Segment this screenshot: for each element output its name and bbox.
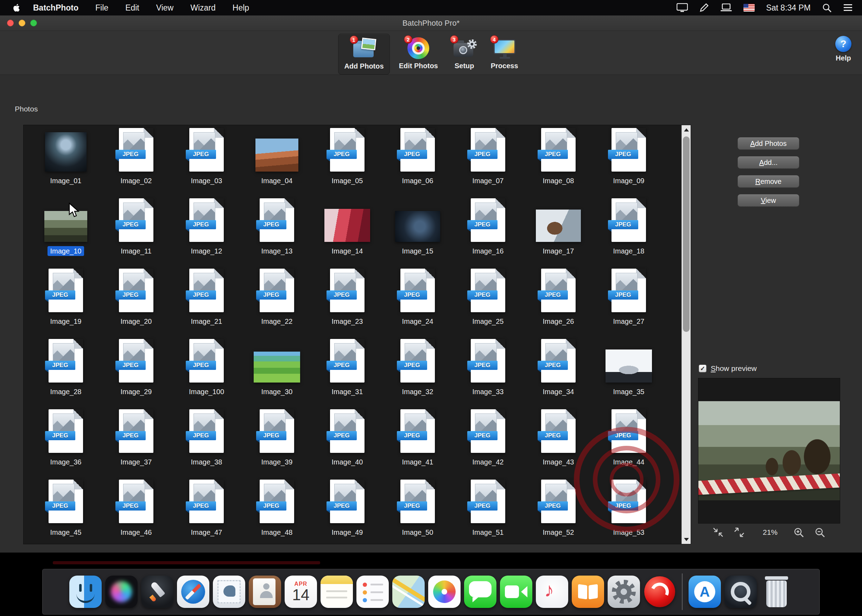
dock-siri-icon[interactable] (104, 573, 139, 611)
photo-item-image-39[interactable]: JPEGImage_39 (242, 409, 312, 479)
remove-button[interactable]: Remove (738, 175, 799, 188)
zoom-window-button[interactable] (30, 20, 37, 27)
dock-system-preferences-icon[interactable] (606, 573, 642, 611)
photo-item-image-35[interactable]: Image_35 (594, 339, 664, 409)
toolbar-process[interactable]: 4Process (485, 34, 524, 75)
dock-music-icon[interactable]: ♪ (534, 573, 570, 611)
toolbar-edit-photos[interactable]: 2Edit Photos (393, 34, 444, 75)
menu-help[interactable]: Help (233, 3, 249, 13)
dock-photos-icon[interactable] (426, 573, 462, 611)
photo-item-image-04[interactable]: Image_04 (242, 128, 312, 198)
scroll-down-button[interactable] (682, 535, 691, 544)
us-flag-icon[interactable] (744, 4, 755, 12)
photo-item-image-46[interactable]: JPEGImage_46 (101, 479, 171, 544)
photo-item-image-44[interactable]: JPEGImage_44 (594, 409, 664, 479)
pen-icon[interactable] (699, 3, 709, 13)
dock-reminders-icon[interactable] (355, 573, 391, 611)
scroll-up-button[interactable] (682, 125, 691, 134)
menu-file[interactable]: File (95, 3, 108, 13)
photo-item-image-33[interactable]: JPEGImage_33 (453, 339, 523, 409)
photo-item-image-26[interactable]: JPEGImage_26 (523, 269, 594, 339)
add-button[interactable]: Add... (738, 156, 799, 169)
photo-item-image-03[interactable]: JPEGImage_03 (171, 128, 242, 198)
photo-item-image-38[interactable]: JPEGImage_38 (171, 409, 242, 479)
display-icon[interactable] (677, 3, 688, 12)
photo-item-image-01[interactable]: Image_01 (31, 128, 101, 198)
photo-item-image-09[interactable]: JPEGImage_09 (594, 128, 664, 198)
photo-item-image-07[interactable]: JPEGImage_07 (453, 128, 523, 198)
photo-item-image-47[interactable]: JPEGImage_47 (171, 479, 242, 544)
photo-item-image-19[interactable]: JPEGImage_19 (31, 269, 101, 339)
photo-item-image-15[interactable]: Image_15 (383, 198, 453, 269)
toolbar-setup[interactable]: 3Setup (447, 34, 482, 75)
dock-trash-icon[interactable] (758, 573, 794, 611)
dock-safari-icon[interactable] (175, 573, 211, 611)
photo-item-image-36[interactable]: JPEGImage_36 (31, 409, 101, 479)
photo-item-image-50[interactable]: JPEGImage_50 (383, 479, 453, 544)
photo-item-image-27[interactable]: JPEGImage_27 (594, 269, 664, 339)
dock-books-icon[interactable] (570, 573, 606, 611)
close-button[interactable] (7, 20, 14, 27)
notification-center-icon[interactable] (843, 3, 853, 12)
toolbar-add-photos[interactable]: 1Add Photos (338, 34, 389, 75)
menu-view[interactable]: View (156, 3, 173, 13)
photo-item-image-49[interactable]: JPEGImage_49 (312, 479, 383, 544)
photo-item-image-13[interactable]: JPEGImage_13 (242, 198, 312, 269)
photo-item-image-43[interactable]: JPEGImage_43 (523, 409, 594, 479)
dock-facetime-icon[interactable] (498, 573, 534, 611)
menu-clock[interactable]: Sat 8:34 PM (766, 3, 811, 13)
photo-item-image-32[interactable]: JPEGImage_32 (383, 339, 453, 409)
photo-item-image-52[interactable]: JPEGImage_52 (523, 479, 594, 544)
help-button[interactable]: ? Help (835, 36, 851, 62)
photo-item-image-17[interactable]: Image_17 (523, 198, 594, 269)
photo-item-image-18[interactable]: JPEGImage_18 (594, 198, 664, 269)
minimize-button[interactable] (19, 20, 25, 27)
add-photos-button[interactable]: Add Photos (738, 137, 799, 150)
dock-calendar-icon[interactable]: APR14 (283, 573, 319, 611)
dock-notes-icon[interactable] (319, 573, 355, 611)
photo-item-image-29[interactable]: JPEGImage_29 (101, 339, 171, 409)
dock-contacts-icon[interactable] (247, 573, 283, 611)
scrollbar-thumb[interactable] (683, 137, 690, 332)
dock-quicktime-icon[interactable] (723, 573, 758, 611)
photo-item-image-02[interactable]: JPEGImage_02 (101, 128, 171, 198)
photo-item-image-40[interactable]: JPEGImage_40 (312, 409, 383, 479)
photo-item-image-42[interactable]: JPEGImage_42 (453, 409, 523, 479)
dock-launchpad-icon[interactable] (139, 573, 175, 611)
photo-item-image-16[interactable]: JPEGImage_16 (453, 198, 523, 269)
photo-item-image-28[interactable]: JPEGImage_28 (31, 339, 101, 409)
zoom-out-icon[interactable] (815, 527, 826, 539)
dock-finder-icon[interactable] (68, 573, 104, 611)
actual-size-icon[interactable] (734, 527, 744, 539)
photo-item-image-100[interactable]: JPEGImage_100 (171, 339, 242, 409)
photo-item-image-08[interactable]: JPEGImage_08 (523, 128, 594, 198)
dock-app-store-icon[interactable]: A (687, 573, 723, 611)
photo-item-image-12[interactable]: JPEGImage_12 (171, 198, 242, 269)
scrollbar[interactable] (681, 125, 691, 544)
photo-item-image-31[interactable]: JPEGImage_31 (312, 339, 383, 409)
menu-edit[interactable]: Edit (125, 3, 139, 13)
photo-item-image-05[interactable]: JPEGImage_05 (312, 128, 383, 198)
photo-item-image-23[interactable]: JPEGImage_23 (312, 269, 383, 339)
show-preview-checkbox[interactable]: ✓ Show preview (699, 364, 757, 373)
photo-item-image-25[interactable]: JPEGImage_25 (453, 269, 523, 339)
photo-item-image-10[interactable]: Image_10 (31, 198, 101, 269)
photo-item-image-24[interactable]: JPEGImage_24 (383, 269, 453, 339)
photo-item-image-45[interactable]: JPEGImage_45 (31, 479, 101, 544)
dock-batchphoto-icon[interactable] (642, 573, 678, 611)
laptop-icon[interactable] (720, 3, 732, 12)
photo-item-image-06[interactable]: JPEGImage_06 (383, 128, 453, 198)
photo-item-image-20[interactable]: JPEGImage_20 (101, 269, 171, 339)
app-menu-title[interactable]: BatchPhoto (33, 3, 79, 13)
apple-menu-icon[interactable] (12, 2, 22, 13)
dock-maps-icon[interactable] (391, 573, 426, 611)
dock-messages-icon[interactable] (462, 573, 498, 611)
photo-item-image-48[interactable]: JPEGImage_48 (242, 479, 312, 544)
photo-item-image-22[interactable]: JPEGImage_22 (242, 269, 312, 339)
photo-item-image-53[interactable]: JPEGImage_53 (594, 479, 664, 544)
photo-item-image-14[interactable]: Image_14 (312, 198, 383, 269)
zoom-in-icon[interactable] (794, 527, 804, 539)
spotlight-icon[interactable] (822, 3, 832, 13)
menu-wizard[interactable]: Wizard (190, 3, 216, 13)
title-bar[interactable]: BatchPhoto Pro* (0, 16, 862, 31)
